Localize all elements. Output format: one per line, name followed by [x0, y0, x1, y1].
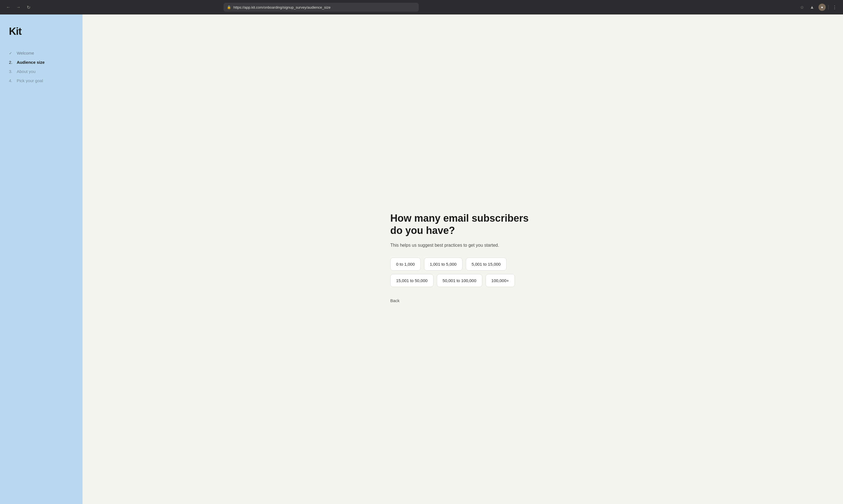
sidebar-item-about-you[interactable]: 3. About you	[9, 69, 74, 74]
check-icon: ✓	[9, 51, 15, 55]
option-15001-50000[interactable]: 15,001 to 50,000	[390, 274, 433, 287]
back-nav-button[interactable]: ←	[4, 3, 12, 11]
sidebar-item-audience-size[interactable]: 2. Audience size	[9, 60, 74, 65]
sidebar: Kit ✓ Welcome 2. Audience size 3. About …	[0, 15, 83, 504]
sidebar-item-label: Welcome	[17, 51, 34, 55]
logo: Kit	[9, 25, 74, 37]
options-row-2: 15,001 to 50,000 50,001 to 100,000 100,0…	[390, 274, 535, 287]
address-bar[interactable]: 🔒 https://app.kit.com/onboarding/signup_…	[224, 3, 419, 12]
extensions-button[interactable]: ▲	[808, 3, 816, 11]
survey-subtitle: This helps us suggest best practices to …	[390, 242, 535, 249]
survey-title: How many email subscribers do you have?	[390, 212, 535, 236]
url-text: https://app.kit.com/onboarding/signup_su…	[233, 5, 415, 10]
option-1001-5000[interactable]: 1,001 to 5,000	[424, 257, 463, 271]
sidebar-item-welcome[interactable]: ✓ Welcome	[9, 51, 74, 55]
logo-text: Kit	[9, 25, 21, 37]
sidebar-item-label: Pick your goal	[17, 78, 43, 83]
item-number: 3.	[9, 69, 15, 74]
avatar: ●	[819, 4, 826, 11]
option-5001-15000[interactable]: 5,001 to 15,000	[466, 257, 506, 271]
browser-chrome: ← → ↻ 🔒 https://app.kit.com/onboarding/s…	[0, 0, 843, 15]
nav-list: ✓ Welcome 2. Audience size 3. About you …	[9, 51, 74, 83]
option-100000plus[interactable]: 100,000+	[486, 274, 515, 287]
forward-nav-button[interactable]: →	[15, 3, 22, 11]
item-number: 4.	[9, 78, 15, 83]
bookmark-button[interactable]: ☆	[798, 3, 806, 11]
sidebar-item-label: About you	[17, 69, 36, 74]
lock-icon: 🔒	[227, 5, 231, 9]
sidebar-item-label: Audience size	[17, 60, 45, 65]
item-number: 2.	[9, 60, 15, 65]
option-0-1000[interactable]: 0 to 1,000	[390, 257, 421, 271]
options-row-1: 0 to 1,000 1,001 to 5,000 5,001 to 15,00…	[390, 257, 535, 271]
reload-button[interactable]: ↻	[24, 3, 32, 11]
back-button[interactable]: Back	[390, 295, 399, 306]
page-layout: Kit ✓ Welcome 2. Audience size 3. About …	[0, 15, 843, 504]
sidebar-item-pick-goal[interactable]: 4. Pick your goal	[9, 78, 74, 83]
main-content: How many email subscribers do you have? …	[83, 15, 843, 504]
survey-container: How many email subscribers do you have? …	[390, 212, 535, 306]
browser-actions: ☆ ▲ ● ⋮	[798, 3, 839, 11]
option-50001-100000[interactable]: 50,001 to 100,000	[437, 274, 482, 287]
profile-button[interactable]: ●	[818, 3, 826, 11]
menu-button[interactable]: ⋮	[831, 3, 839, 11]
browser-nav-buttons: ← → ↻	[4, 3, 32, 11]
